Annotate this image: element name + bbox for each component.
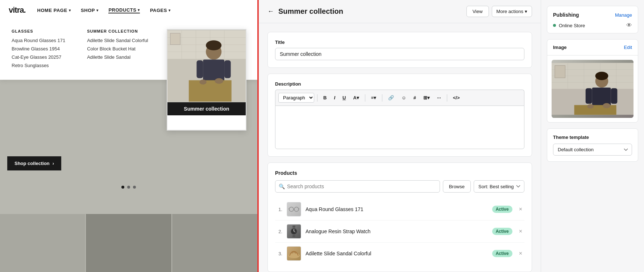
sort-select[interactable]: Sort: Best selling Title A-Z Title Z-A P… bbox=[474, 180, 524, 193]
title-label: Title bbox=[275, 40, 524, 45]
view-button[interactable]: View bbox=[466, 6, 489, 17]
product-number: 1. bbox=[275, 207, 282, 212]
nav-item-shop[interactable]: SHOP ▾ bbox=[81, 8, 98, 13]
dropdown-col-title: GLASSES bbox=[12, 29, 65, 33]
collection-card-label: Summer collection bbox=[167, 102, 246, 115]
svg-rect-45 bbox=[586, 88, 592, 104]
eye-icon[interactable]: 👁 bbox=[626, 22, 632, 29]
products-controls: 🔍 Browse Sort: Best selling Title A-Z Ti… bbox=[275, 180, 524, 193]
more-actions-button[interactable]: More actions ▾ bbox=[492, 6, 532, 17]
dropdown-item[interactable]: Color Block Bucket Hat bbox=[87, 46, 148, 51]
dropdown-col-list: Aqua Round Glasses 171 Browline Glasses … bbox=[12, 38, 65, 68]
search-products-input[interactable] bbox=[275, 180, 440, 193]
products-section: Products 🔍 Browse Sort: Best selling Tit… bbox=[267, 162, 532, 272]
link-button[interactable]: 🔗 bbox=[385, 94, 397, 102]
svg-point-19 bbox=[294, 207, 299, 211]
editor-main: ← Summer collection View More actions ▾ … bbox=[259, 0, 541, 272]
collection-card: Summer collection bbox=[167, 29, 246, 131]
remove-product-button[interactable]: × bbox=[517, 250, 524, 257]
browse-button[interactable]: Browse bbox=[443, 180, 471, 193]
chevron-down-icon: ▾ bbox=[525, 9, 527, 14]
editor-body: Title Description Paragraph B I U A▾ ≡▾ bbox=[259, 23, 541, 272]
emoji-button[interactable]: ☺ bbox=[398, 94, 409, 102]
chevron-down-icon: ▾ bbox=[96, 8, 99, 12]
shop-collection-button[interactable]: Shop collection › bbox=[7, 156, 61, 170]
dropdown-col-title: SUMMER COLLECTION bbox=[87, 29, 148, 33]
dropdown-col-list: Adilette Slide Sandal Colorful Color Blo… bbox=[87, 38, 148, 60]
carousel-dots bbox=[121, 186, 136, 189]
dropdown-item[interactable]: Adilette Slide Sandal Colorful bbox=[87, 38, 148, 43]
description-section: Description Paragraph B I U A▾ ≡▾ 🔗 ☺ # bbox=[267, 74, 532, 157]
status-badge: Active bbox=[492, 206, 512, 213]
site-logo: vitra. bbox=[9, 5, 26, 15]
remove-product-button[interactable]: × bbox=[517, 227, 524, 235]
bottom-image-1 bbox=[0, 214, 85, 272]
product-thumbnail bbox=[287, 224, 301, 239]
bottom-images bbox=[0, 214, 257, 272]
product-number: 2. bbox=[275, 229, 282, 234]
rte-separator bbox=[447, 94, 447, 102]
carousel-dot-3[interactable] bbox=[133, 186, 136, 189]
svg-point-17 bbox=[215, 78, 224, 84]
align-button[interactable]: ≡▾ bbox=[368, 94, 379, 102]
online-store-label: Online Store bbox=[559, 23, 623, 28]
dropdown-item[interactable]: Aqua Round Glasses 171 bbox=[12, 38, 65, 43]
dropdown-item[interactable]: Adilette Slide Sandal bbox=[87, 54, 148, 60]
svg-point-49 bbox=[603, 103, 610, 108]
carousel-dot-1[interactable] bbox=[121, 186, 124, 189]
collection-editor: ← Summer collection View More actions ▾ … bbox=[259, 0, 644, 272]
paragraph-select[interactable]: Paragraph bbox=[278, 93, 314, 103]
more-button[interactable]: ··· bbox=[434, 94, 444, 102]
rte-body[interactable] bbox=[275, 106, 524, 149]
image-panel-title: Image bbox=[553, 45, 567, 50]
bold-button[interactable]: B bbox=[320, 94, 329, 102]
table-button[interactable]: ⊞▾ bbox=[420, 94, 433, 102]
hashtag-button[interactable]: # bbox=[411, 94, 419, 102]
nav-item-pages[interactable]: PAGES ▾ bbox=[150, 8, 171, 13]
image-panel-content bbox=[547, 55, 638, 122]
publishing-manage-link[interactable]: Manage bbox=[615, 12, 632, 18]
rte-separator bbox=[317, 94, 317, 102]
editor-header: ← Summer collection View More actions ▾ bbox=[259, 0, 541, 23]
rte-separator bbox=[365, 94, 365, 102]
collection-image-preview bbox=[552, 60, 633, 118]
theme-template-select[interactable]: Default collection bbox=[553, 144, 632, 156]
carousel-dot-2[interactable] bbox=[127, 186, 130, 189]
svg-rect-14 bbox=[224, 60, 231, 78]
title-section: Title bbox=[267, 32, 532, 68]
text-color-button[interactable]: A▾ bbox=[350, 94, 362, 102]
svg-rect-41 bbox=[555, 66, 565, 78]
nav-item-products[interactable]: PRODUCTS ▾ bbox=[108, 7, 140, 13]
theme-template-section: Theme template Default collection bbox=[547, 128, 638, 162]
svg-rect-23 bbox=[292, 226, 295, 228]
product-name: Analogue Resin Strap Watch bbox=[306, 228, 488, 234]
product-row: 3. Adilette Slide Sandal Colorful Active… bbox=[275, 243, 524, 264]
rte-toolbar: Paragraph B I U A▾ ≡▾ 🔗 ☺ # ⊞▾ ··· bbox=[275, 90, 524, 106]
product-name: Aqua Round Glasses 171 bbox=[306, 206, 488, 212]
title-input[interactable] bbox=[275, 48, 524, 60]
dropdown-item[interactable]: Browline Glasses 1954 bbox=[12, 46, 65, 51]
svg-rect-15 bbox=[189, 80, 232, 102]
back-button[interactable]: ← bbox=[267, 8, 274, 15]
italic-button[interactable]: I bbox=[331, 94, 338, 102]
svg-point-48 bbox=[587, 104, 594, 109]
dropdown-item[interactable]: Cat-Eye Glasses 20257 bbox=[12, 54, 65, 60]
nav-items: HOME PAGE ▾ SHOP ▾ PRODUCTS ▾ PAGES ▾ bbox=[37, 7, 171, 13]
remove-product-button[interactable]: × bbox=[517, 205, 524, 213]
bottom-image-3 bbox=[172, 214, 257, 272]
product-name: Adilette Slide Sandal Colorful bbox=[306, 251, 488, 256]
underline-button[interactable]: U bbox=[340, 94, 349, 102]
bottom-image-2 bbox=[86, 214, 171, 272]
description-label: Description bbox=[275, 81, 524, 87]
image-panel-header: Image Edit bbox=[547, 40, 638, 55]
collection-card-image bbox=[167, 30, 246, 102]
svg-point-11 bbox=[206, 40, 221, 50]
status-badge: Active bbox=[492, 250, 512, 257]
image-edit-link[interactable]: Edit bbox=[624, 45, 632, 50]
nav-item-homepage[interactable]: HOME PAGE ▾ bbox=[37, 8, 71, 13]
arrow-right-icon: › bbox=[53, 161, 54, 166]
dropdown-item[interactable]: Retro Sunglasses bbox=[12, 63, 65, 68]
site-nav: vitra. HOME PAGE ▾ SHOP ▾ PRODUCTS ▾ PAG… bbox=[0, 0, 257, 20]
chevron-down-icon: ▾ bbox=[69, 8, 71, 12]
code-button[interactable]: </> bbox=[450, 94, 463, 102]
